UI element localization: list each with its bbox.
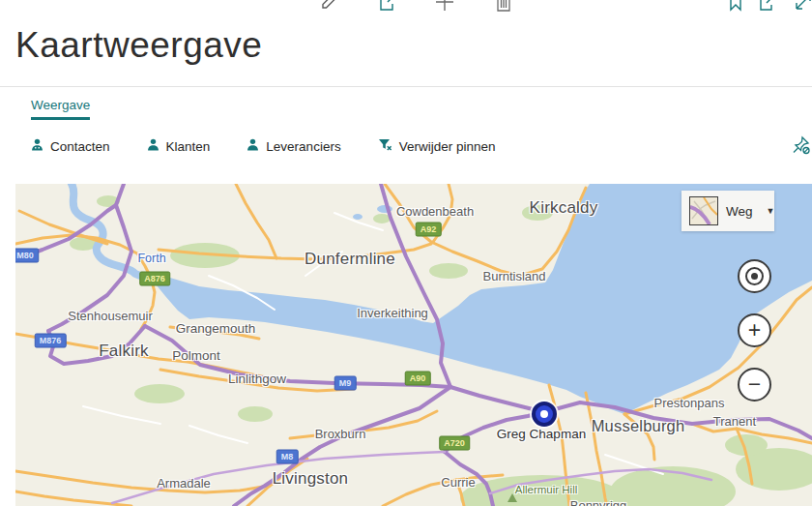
divider xyxy=(0,86,812,87)
command-bar: Contacten Klanten Leveranciers Verwijder… xyxy=(29,134,497,159)
page: { "header": { "title": "Kaartweergave" }… xyxy=(0,0,812,506)
filter-clear-icon xyxy=(378,137,392,155)
resize-icon[interactable] xyxy=(793,0,812,13)
add-icon[interactable] xyxy=(434,0,455,13)
delete-icon[interactable] xyxy=(493,0,514,13)
command-label: Klanten xyxy=(166,139,211,154)
bookmark-icon[interactable] xyxy=(725,0,746,13)
klanten-button[interactable]: Klanten xyxy=(145,134,213,158)
zoom-out-button[interactable]: − xyxy=(738,368,771,402)
locate-icon xyxy=(745,267,764,285)
map-style-label: Weg xyxy=(726,204,753,219)
tab-weergave[interactable]: Weergave xyxy=(31,98,90,120)
locate-button[interactable] xyxy=(738,259,771,293)
map-canvas[interactable]: Cowdenbeath Kirkcaldy Burntisland Dunfer… xyxy=(15,184,812,506)
map-pin[interactable] xyxy=(532,402,557,427)
map-pin-label: Greg Chapman xyxy=(497,427,586,441)
leveranciers-button[interactable]: Leveranciers xyxy=(245,134,342,158)
chevron-down-icon: ▼ xyxy=(767,206,775,216)
map-style-selector[interactable]: Weg ▼ xyxy=(682,191,774,231)
map-style-thumbnail xyxy=(689,196,718,225)
popout-icon[interactable] xyxy=(757,0,778,13)
share-icon[interactable] xyxy=(378,0,399,13)
verwijder-pinnen-button[interactable]: Verwijder pinnen xyxy=(376,134,498,159)
zoom-in-button[interactable]: + xyxy=(738,313,771,347)
contacten-button[interactable]: Contacten xyxy=(29,134,112,158)
edit-icon[interactable] xyxy=(318,0,339,13)
page-title: Kaartweergave xyxy=(15,25,262,66)
command-label: Verwijder pinnen xyxy=(399,139,496,154)
command-label: Contacten xyxy=(50,139,110,154)
pin-disable-icon[interactable] xyxy=(792,135,811,159)
contacts-icon xyxy=(31,138,44,154)
command-label: Leveranciers xyxy=(266,139,340,154)
person-icon xyxy=(147,138,160,154)
map-graphics xyxy=(15,184,812,506)
top-toolbar xyxy=(0,0,812,13)
person-icon xyxy=(246,138,259,154)
